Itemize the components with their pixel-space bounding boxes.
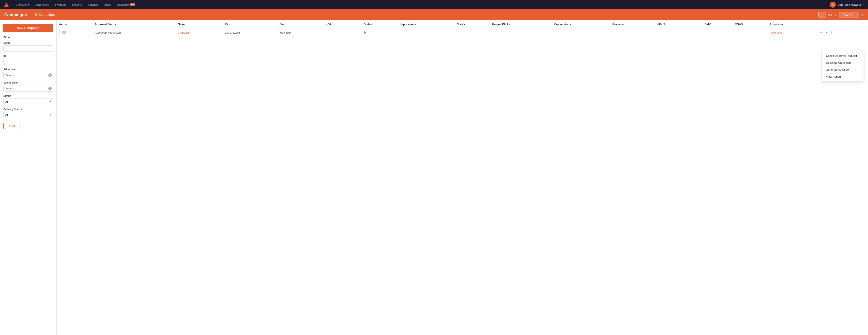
filter-status-wrapper: All Active Inactive Paused: [3, 99, 53, 105]
campaign-link[interactable]: Campaign: [178, 31, 190, 34]
filter-status-select[interactable]: All Active Inactive Paused: [3, 99, 53, 105]
nav-items: Campaigns Advertisers Inventory Reports …: [13, 0, 830, 9]
row-actions: ✏ ✕ ⋮: [820, 30, 865, 35]
nav-advertisers[interactable]: Advertisers: [32, 0, 52, 9]
filter-id-input[interactable]: [3, 59, 53, 65]
cell-name: Campaign: [176, 28, 222, 37]
filter-label: Filter: [3, 36, 53, 39]
advertiser-link[interactable]: Advertiser: [770, 31, 782, 34]
prev-page-button[interactable]: ‹: [813, 12, 817, 17]
filter-salesperson-group: Salesperson ✕: [3, 81, 53, 92]
page-header: Campaigns All Campaigns ‹ of 1 › View: 2…: [0, 9, 868, 20]
context-menu-item-report[interactable]: View Report: [822, 73, 864, 80]
nav-reports[interactable]: Reports: [69, 0, 85, 9]
filter-id-label: ID: [3, 55, 53, 58]
context-menu-item-cancel[interactable]: Cancel Approval Request: [822, 52, 864, 59]
cell-roas: —: [732, 28, 767, 37]
th-roas: ROAS: [732, 20, 767, 28]
filter-delivery-label: Delivery Status: [3, 108, 53, 111]
page-of-label: of 1: [828, 13, 832, 16]
context-menu-item-generate[interactable]: Generate Ad Code: [822, 66, 864, 73]
context-menu: Cancel Approval Request Duplicate Campai…: [822, 51, 864, 81]
filter-advertiser-wrapper: ✕: [3, 72, 53, 78]
delete-button[interactable]: ✕: [825, 30, 828, 35]
th-active: Active: [57, 20, 92, 28]
filter-salesperson-input[interactable]: [3, 85, 53, 92]
view-select[interactable]: View: 25 View: 10 View: 50 View: 100: [839, 12, 859, 18]
th-approval-status: Approval Status: [92, 20, 176, 28]
more-options-button[interactable]: ⋮: [830, 30, 834, 35]
context-menu-item-duplicate[interactable]: Duplicate Campaign: [822, 59, 864, 66]
nav-audience[interactable]: Audience New: [115, 0, 138, 9]
next-page-button[interactable]: ›: [834, 12, 838, 17]
cell-clicks: —: [454, 28, 490, 37]
filter-delivery-select[interactable]: All On Track Behind Overdelivered: [3, 112, 53, 118]
filter-advertiser-input[interactable]: [3, 72, 53, 78]
id-sort-icon: ▾: [229, 23, 230, 26]
nav-campaigns[interactable]: Campaigns: [13, 0, 32, 9]
reset-button[interactable]: Reset: [3, 123, 20, 129]
th-revenue: Revenue: [610, 20, 654, 28]
end-info-icon[interactable]: ⓘ: [333, 23, 335, 26]
user-name: John Doe Network: [838, 3, 861, 6]
th-actions: [817, 20, 868, 28]
filter-salesperson-wrapper: ✕: [3, 85, 53, 92]
app-logo[interactable]: [3, 2, 9, 8]
cell-id: 1000362953: [222, 28, 277, 37]
th-end: End ⓘ: [323, 20, 361, 28]
page-number-input[interactable]: [818, 12, 826, 18]
section-title: All Campaigns: [34, 13, 56, 16]
th-unique-clicks: Unique Clicks: [490, 20, 552, 28]
nav-studio[interactable]: Studio: [101, 0, 115, 9]
help-icon[interactable]: ℹ: [863, 3, 865, 7]
th-clicks: Clicks: [454, 20, 490, 28]
sidebar: New Campaign Filter Name ID Advertiser ✕…: [0, 20, 57, 335]
cell-approval-status: Activation Requested: [92, 28, 176, 37]
filter-name-group: Name: [3, 41, 53, 52]
cell-start: 4/24/2024: [277, 28, 323, 37]
cell-impressions: —: [397, 28, 454, 37]
cell-revenue: —: [610, 28, 654, 37]
filter-salesperson-label: Salesperson: [3, 81, 53, 84]
filter-salesperson-clear[interactable]: ✕: [48, 87, 52, 90]
cell-actions: ✏ ✕ ⋮: [817, 28, 868, 37]
status-dot: [364, 31, 366, 34]
table-row: Activation Requested Campaign 1000362953…: [57, 28, 868, 37]
th-ctr: CTR % ⓘ: [654, 20, 702, 28]
filter-name-label: Name: [3, 41, 53, 44]
filter-advertiser-clear[interactable]: ✕: [48, 73, 52, 77]
nav-inventory[interactable]: Inventory: [52, 0, 69, 9]
th-start: Start: [277, 20, 323, 28]
cell-end: [323, 28, 361, 37]
th-advertiser: Advertiser: [767, 20, 817, 28]
refresh-button[interactable]: ↻: [861, 13, 864, 17]
cell-ctr: —: [654, 28, 702, 37]
filter-delivery-group: Delivery Status All On Track Behind Over…: [3, 108, 53, 118]
content-area: Active Approval Status Name ID ▾ Start E…: [57, 20, 868, 335]
cell-advertiser: Advertiser: [767, 28, 817, 37]
view-select-wrapper: View: 25 View: 10 View: 50 View: 100: [839, 12, 859, 18]
filter-delivery-wrapper: All On Track Behind Overdelivered: [3, 112, 53, 118]
filter-advertiser-group: Advertiser ✕: [3, 68, 53, 78]
th-gmv: GMV: [702, 20, 732, 28]
filter-name-input[interactable]: [3, 45, 53, 52]
th-name: Name: [176, 20, 222, 28]
edit-button[interactable]: ✏: [820, 30, 823, 35]
audience-badge: New: [130, 3, 135, 6]
page-title: Campaigns: [4, 12, 27, 17]
ctr-info-icon[interactable]: ⓘ: [667, 23, 670, 26]
new-campaign-button[interactable]: New Campaign: [3, 24, 53, 32]
filter-advertiser-label: Advertiser: [3, 68, 53, 71]
th-conversions: Conversions: [552, 20, 610, 28]
top-navigation: Campaigns Advertisers Inventory Reports …: [0, 0, 868, 9]
table-header-row: Active Approval Status Name ID ▾ Start E…: [57, 20, 868, 28]
cell-status: [361, 28, 397, 37]
active-toggle[interactable]: [59, 31, 66, 34]
main-layout: New Campaign Filter Name ID Advertiser ✕…: [0, 20, 868, 335]
campaigns-table: Active Approval Status Name ID ▾ Start E…: [57, 20, 868, 37]
th-impressions: Impressions: [397, 20, 454, 28]
th-id[interactable]: ID ▾: [222, 20, 277, 28]
cell-conversions: —: [552, 28, 610, 37]
nav-settings[interactable]: Settings: [85, 0, 101, 9]
cell-gmv: —: [702, 28, 732, 37]
